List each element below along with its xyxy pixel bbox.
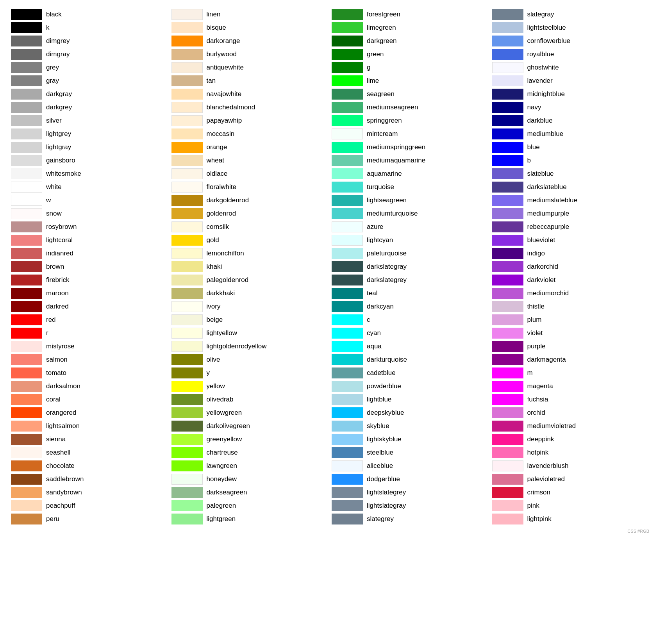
color-name-label: green <box>367 50 384 58</box>
color-name-label: chocolate <box>46 462 75 470</box>
color-row: darkblue <box>489 114 650 127</box>
color-row: darkorchid <box>489 260 650 273</box>
color-swatch <box>171 128 203 139</box>
color-swatch <box>332 354 363 365</box>
color-name-label: orangered <box>46 409 77 417</box>
color-swatch <box>492 248 523 259</box>
color-row: red <box>8 313 168 326</box>
color-row: lightgrey <box>8 127 168 141</box>
color-name-label: lime <box>367 77 379 85</box>
color-row: dodgerblue <box>328 473 489 486</box>
color-row: steelblue <box>328 446 489 459</box>
color-name-label: magenta <box>527 382 553 390</box>
color-name-label: beige <box>207 316 223 324</box>
color-swatch <box>332 487 363 498</box>
color-name-label: lightcyan <box>367 236 393 244</box>
color-row: orangered <box>8 406 168 419</box>
color-row: lawngreen <box>168 459 329 473</box>
color-row: mediumturquoise <box>328 207 489 220</box>
color-swatch <box>492 22 523 33</box>
color-row: peru <box>8 512 168 526</box>
color-swatch <box>492 314 523 325</box>
color-name-label: m <box>527 369 533 377</box>
color-row: olivedrab <box>168 393 329 406</box>
color-name-label: crimson <box>527 489 551 496</box>
color-row: lightgray <box>8 141 168 154</box>
color-row: darkslategrey <box>328 273 489 287</box>
color-swatch <box>11 354 42 365</box>
color-swatch <box>171 487 203 498</box>
color-swatch <box>332 474 363 485</box>
color-row: fuchsia <box>489 393 650 406</box>
color-row: darkorange <box>168 34 329 48</box>
color-swatch <box>171 221 203 232</box>
color-swatch <box>492 275 523 285</box>
color-swatch <box>11 9 42 20</box>
color-row: crimson <box>489 486 650 499</box>
color-swatch <box>332 36 363 46</box>
color-row: mediumseagreen <box>328 101 489 114</box>
color-name-label: mistyrose <box>46 343 75 350</box>
color-name-label: mediumaquamarine <box>367 157 425 164</box>
color-name-label: thistle <box>527 303 545 310</box>
color-row: lightgreen <box>168 512 329 526</box>
color-swatch <box>11 89 42 100</box>
color-name-label: cadetblue <box>367 369 396 377</box>
color-name-label: midnightblue <box>527 90 565 98</box>
color-row: lightslategray <box>328 499 489 512</box>
color-row: limegreen <box>328 21 489 34</box>
color-row: greenyellow <box>168 433 329 446</box>
color-row: lightseagreen <box>328 194 489 207</box>
color-name-label: springgreen <box>367 117 402 125</box>
color-name-label: steelblue <box>367 449 393 457</box>
color-swatch <box>332 208 363 219</box>
color-swatch <box>11 195 42 206</box>
color-name-label: mediumorchid <box>527 289 569 297</box>
color-row: azure <box>328 220 489 234</box>
color-swatch <box>492 328 523 339</box>
color-name-label: mediumturquoise <box>367 210 418 218</box>
color-swatch <box>171 75 203 86</box>
color-name-label: black <box>46 11 62 18</box>
color-row: mediumaquamarine <box>328 154 489 167</box>
color-name-label: yellowgreen <box>207 409 242 417</box>
color-name-label: slategrey <box>367 515 394 523</box>
color-swatch <box>11 314 42 325</box>
color-row: darkslategray <box>328 260 489 273</box>
color-swatch <box>171 341 203 352</box>
color-row: saddlebrown <box>8 473 168 486</box>
color-swatch <box>332 301 363 312</box>
color-row: black <box>8 8 168 21</box>
color-row: m <box>489 366 650 380</box>
color-name-label: antiquewhite <box>207 64 244 71</box>
color-swatch <box>171 182 203 193</box>
color-swatch <box>492 195 523 206</box>
color-row: linen <box>168 8 329 21</box>
color-swatch <box>332 460 363 471</box>
color-row: darkred <box>8 300 168 313</box>
color-swatch <box>171 394 203 405</box>
color-row: palegreen <box>168 499 329 512</box>
color-row: antiquewhite <box>168 61 329 74</box>
color-row: darkgoldenrod <box>168 194 329 207</box>
color-row: darkgray <box>8 87 168 101</box>
color-swatch <box>492 301 523 312</box>
color-swatch <box>332 221 363 232</box>
color-swatch <box>492 407 523 418</box>
color-row: indigo <box>489 247 650 260</box>
color-row: navajowhite <box>168 87 329 101</box>
color-name-label: darkslategrey <box>367 276 407 284</box>
color-name-label: greenyellow <box>207 435 242 443</box>
color-swatch <box>171 9 203 20</box>
color-swatch <box>11 235 42 246</box>
color-name-label: burlywood <box>207 50 237 58</box>
color-swatch <box>492 354 523 365</box>
color-name-label: aliceblue <box>367 462 393 470</box>
color-name-label: blanchedalmond <box>207 103 255 111</box>
color-row: palevioletred <box>489 473 650 486</box>
color-name-label: darkturquoise <box>367 356 407 364</box>
color-name-label: darkmagenta <box>527 356 566 364</box>
color-swatch <box>11 208 42 219</box>
color-row: lightcoral <box>8 234 168 247</box>
color-swatch <box>492 460 523 471</box>
